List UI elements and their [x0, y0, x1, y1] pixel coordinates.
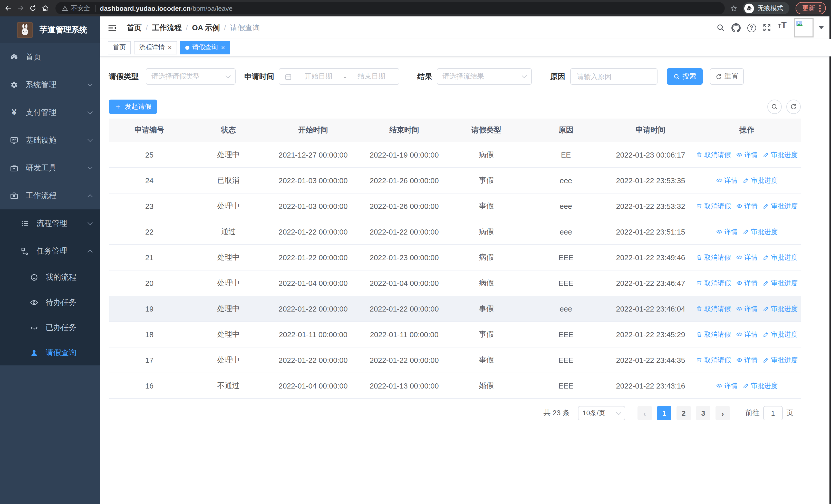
page-button-2[interactable]: 2: [677, 406, 691, 420]
reset-button[interactable]: 重置: [710, 68, 744, 85]
result-select[interactable]: 请选择流结果: [437, 68, 532, 85]
cell-leave-type: 事假: [449, 201, 523, 211]
sidebar-item-process-management[interactable]: 流程管理: [0, 209, 100, 237]
breadcrumb-workflow[interactable]: 工作流程: [152, 23, 182, 33]
page-button-1[interactable]: 1: [657, 406, 671, 420]
cancel-leave-link[interactable]: 取消请假: [696, 202, 731, 211]
font-size-icon[interactable]: TT: [775, 20, 790, 35]
detail-link[interactable]: 详情: [716, 227, 738, 236]
goto-page-input[interactable]: [763, 406, 783, 420]
cell-reason: eee: [523, 176, 608, 184]
next-page-button[interactable]: ›: [716, 406, 730, 420]
browser-home-button[interactable]: [39, 2, 51, 14]
sidebar-item-payment-management[interactable]: ¥ 支付管理: [0, 98, 100, 126]
cell-end-time: 2022-01-19 00:00:00: [359, 151, 449, 159]
leave-type-select[interactable]: 请选择请假类型: [146, 68, 236, 85]
detail-link[interactable]: 详情: [736, 278, 757, 288]
tab-close-icon[interactable]: ×: [168, 44, 172, 51]
tab-home[interactable]: 首页: [108, 41, 131, 54]
cancel-leave-link[interactable]: 取消请假: [696, 278, 731, 288]
table-toolbar: ＋ 发起请假: [109, 99, 801, 114]
approval-progress-link[interactable]: 审批进度: [763, 278, 798, 288]
browser-scrollbar[interactable]: [829, 17, 831, 504]
sidebar-item-task-management[interactable]: 任务管理: [0, 237, 100, 265]
approval-progress-link[interactable]: 审批进度: [763, 202, 798, 211]
approval-progress-link[interactable]: 审批进度: [763, 304, 798, 313]
sidebar-item-done-tasks[interactable]: 已办任务: [0, 315, 100, 340]
breadcrumb: 首页 / 工作流程 / OA 示例 / 请假查询: [127, 23, 260, 33]
bookmark-star-icon[interactable]: [730, 4, 738, 12]
plus-icon: ＋: [114, 102, 122, 111]
incognito-badge: 无痕模式: [743, 2, 790, 14]
cell-end-time: 2022-01-04 00:00:00: [359, 279, 449, 287]
breadcrumb-oa-example[interactable]: OA 示例: [192, 23, 220, 33]
sidebar-item-home[interactable]: 首页: [0, 43, 100, 71]
search-icon[interactable]: [713, 20, 728, 35]
browser-refresh-button[interactable]: [27, 2, 39, 14]
browser-menu-icon[interactable]: [819, 5, 821, 11]
fullscreen-icon[interactable]: [759, 20, 775, 35]
detail-link[interactable]: 详情: [716, 381, 738, 390]
search-button[interactable]: 搜索: [667, 68, 703, 85]
browser-back-button[interactable]: [2, 2, 15, 14]
breadcrumb-home[interactable]: 首页: [127, 23, 142, 33]
incognito-icon: [744, 3, 754, 13]
calendar-icon: [284, 72, 292, 80]
cancel-leave-link[interactable]: 取消请假: [696, 330, 731, 339]
cell-apply-id: 19: [109, 305, 190, 313]
sidebar-item-todo-tasks[interactable]: 待办任务: [0, 290, 100, 315]
sidebar-collapse-icon[interactable]: [106, 22, 118, 33]
approval-progress-link[interactable]: 审批进度: [763, 355, 798, 365]
sidebar-item-workflow[interactable]: 工作流程: [0, 182, 100, 209]
approval-progress-link[interactable]: 审批进度: [763, 253, 798, 262]
detail-link[interactable]: 详情: [736, 253, 757, 262]
detail-link[interactable]: 详情: [736, 202, 757, 211]
page-size-select[interactable]: 10条/页: [578, 406, 625, 420]
edit-icon: [763, 357, 769, 363]
table-row: 25 处理中 2021-12-27 00:00:00 2022-01-19 00…: [109, 142, 801, 168]
prev-page-button[interactable]: ‹: [637, 406, 652, 420]
tab-close-icon[interactable]: ×: [221, 44, 225, 51]
approval-progress-link[interactable]: 审批进度: [743, 176, 778, 185]
tab-process-detail[interactable]: 流程详情 ×: [134, 41, 177, 54]
total-count: 共 23 条: [543, 409, 570, 418]
search-icon: [673, 73, 680, 80]
sidebar-item-dev-tools[interactable]: 研发工具: [0, 154, 100, 182]
browser-forward-button[interactable]: [15, 2, 27, 14]
approval-progress-link[interactable]: 审批进度: [763, 330, 798, 339]
approval-progress-link[interactable]: 审批进度: [743, 227, 778, 236]
tab-leave-query[interactable]: 请假查询 ×: [180, 41, 230, 54]
cancel-leave-link[interactable]: 取消请假: [696, 150, 731, 159]
apply-time-range-picker[interactable]: 开始日期 - 结束日期: [279, 68, 399, 85]
eye-open-icon: [30, 298, 38, 307]
github-icon[interactable]: [728, 20, 744, 35]
detail-link[interactable]: 详情: [736, 330, 757, 339]
sidebar-item-infrastructure[interactable]: 基础设施: [0, 126, 100, 154]
cancel-leave-link[interactable]: 取消请假: [696, 253, 731, 262]
cancel-leave-link[interactable]: 取消请假: [696, 304, 731, 313]
cancel-leave-link[interactable]: 取消请假: [696, 355, 731, 365]
reason-input[interactable]: [577, 72, 651, 80]
end-date-input[interactable]: 结束日期: [349, 72, 394, 81]
approval-progress-link[interactable]: 审批进度: [743, 381, 778, 390]
browser-update-button[interactable]: 更新: [796, 2, 826, 14]
detail-link[interactable]: 详情: [736, 355, 757, 365]
sidebar-item-leave-query[interactable]: 请假查询: [0, 340, 100, 365]
avatar[interactable]: [794, 18, 813, 37]
refresh-table-button[interactable]: [786, 99, 801, 114]
detail-link[interactable]: 详情: [736, 304, 757, 313]
detail-link[interactable]: 详情: [736, 150, 757, 159]
address-bar[interactable]: 不安全 dashboard.yudao.iocoder.cn/bpm/oa/le…: [55, 2, 725, 14]
start-date-input[interactable]: 开始日期: [296, 72, 341, 81]
create-leave-button[interactable]: ＋ 发起请假: [109, 99, 157, 114]
edit-icon: [743, 382, 749, 389]
detail-link[interactable]: 详情: [716, 176, 738, 185]
toggle-search-button[interactable]: [767, 99, 782, 114]
help-icon[interactable]: ?: [744, 20, 759, 35]
sidebar-item-my-processes[interactable]: 我的流程: [0, 265, 100, 290]
sidebar-item-system-management[interactable]: 系统管理: [0, 71, 100, 98]
chevron-down-icon[interactable]: [819, 26, 824, 29]
approval-progress-link[interactable]: 审批进度: [763, 150, 798, 159]
page-button-3[interactable]: 3: [696, 406, 710, 420]
chevron-down-icon: [87, 109, 93, 114]
